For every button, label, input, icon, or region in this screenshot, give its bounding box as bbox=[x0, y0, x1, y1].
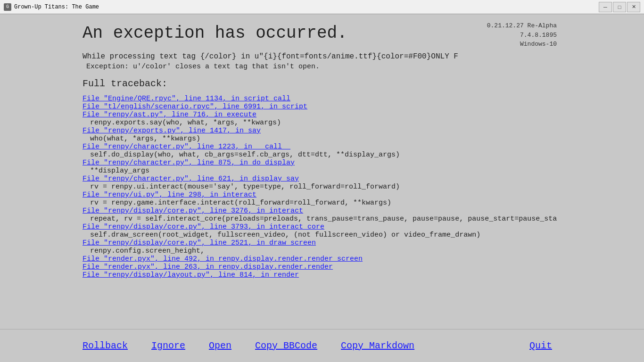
traceback-code-line: repeat, rv = self.interact_core(preloads… bbox=[83, 215, 561, 223]
traceback-file-link[interactable]: File "renpy/exports.py", line 1417, in s… bbox=[83, 127, 561, 135]
version-line2: 7.4.8.1895 bbox=[487, 31, 557, 40]
traceback-title: Full traceback: bbox=[83, 78, 561, 89]
ignore-button[interactable]: Ignore bbox=[151, 340, 195, 351]
action-bar: Rollback Ignore Open Copy BBCode Copy Ma… bbox=[0, 329, 644, 362]
traceback-file-link[interactable]: File "renpy/ui.py", line 298, in interac… bbox=[83, 191, 561, 199]
title-bar-left: G Grown-Up Titans: The Game bbox=[4, 3, 99, 11]
traceback-code-line: renpy.config.screen_height, bbox=[83, 247, 561, 255]
minimize-button[interactable]: ─ bbox=[599, 2, 612, 12]
quit-button[interactable]: Quit bbox=[529, 340, 561, 351]
traceback-file-link[interactable]: File "renpy/display/core.py", line 3793,… bbox=[83, 223, 561, 231]
traceback-file-link[interactable]: File "Engine/QRE.rpyc", line 1134, in sc… bbox=[83, 95, 561, 103]
traceback-file-link[interactable]: File "renpy/character.py", line 1223, in… bbox=[83, 143, 561, 151]
window-title: Grown-Up Titans: The Game bbox=[14, 4, 99, 10]
error-context: While processing text tag {/color} in u"… bbox=[83, 52, 561, 61]
traceback-code-line: self.do_display(who, what, cb_args=self.… bbox=[83, 151, 561, 159]
traceback-code-line: renpy.exports.say(who, what, *args, **kw… bbox=[83, 119, 561, 127]
traceback-file-link[interactable]: File "tl/english/scenario.rpyc", line 69… bbox=[83, 103, 561, 111]
traceback-file-link[interactable]: File "render.pyx", line 263, in renpy.di… bbox=[83, 263, 561, 271]
error-exception: Exception: u'/color' closes a text tag t… bbox=[83, 63, 561, 71]
version-info: 0.21.12.27 Re-Alpha 7.4.8.1895 Windows-1… bbox=[487, 21, 557, 49]
copy-bbcode-button[interactable]: Copy BBCode bbox=[255, 340, 327, 351]
rollback-button[interactable]: Rollback bbox=[83, 340, 137, 351]
traceback-code-line: rv = renpy.ui.interact(mouse='say', type… bbox=[83, 183, 561, 191]
copy-markdown-button[interactable]: Copy Markdown bbox=[341, 340, 424, 351]
traceback-code-line: who(what, *args, **kwargs) bbox=[83, 135, 561, 143]
open-button[interactable]: Open bbox=[209, 340, 241, 351]
version-line3: Windows-10 bbox=[487, 40, 557, 49]
traceback-code-line: rv = renpy.game.interface.interact(roll_… bbox=[83, 199, 561, 207]
traceback-file-link[interactable]: File "render.pyx", line 492, in renpy.di… bbox=[83, 255, 561, 263]
window-controls: ─ □ ✕ bbox=[599, 2, 640, 12]
traceback-file-link[interactable]: File "renpy/display/core.py", line 2521,… bbox=[83, 239, 561, 247]
traceback-file-link[interactable]: File "renpy/character.py", line 875, in … bbox=[83, 159, 561, 167]
traceback-file-link[interactable]: File "renpy/ast.py", line 716, in execut… bbox=[83, 111, 561, 119]
close-button[interactable]: ✕ bbox=[627, 2, 640, 12]
traceback-code-line: self.draw_screen(root_widget, fullscreen… bbox=[83, 231, 561, 239]
maximize-button[interactable]: □ bbox=[613, 2, 626, 12]
title-bar: G Grown-Up Titans: The Game ─ □ ✕ bbox=[0, 0, 644, 14]
app-icon: G bbox=[4, 3, 11, 11]
traceback-file-link[interactable]: File "renpy/display/core.py", line 3276,… bbox=[83, 207, 561, 215]
version-line1: 0.21.12.27 Re-Alpha bbox=[487, 21, 557, 31]
traceback-code-line: **display_args bbox=[83, 167, 561, 175]
error-panel: An exception has occurred. While process… bbox=[0, 14, 644, 329]
traceback-scroll[interactable]: File "Engine/QRE.rpyc", line 1134, in sc… bbox=[83, 95, 561, 329]
traceback-file-link[interactable]: File "renpy/character.py", line 621, in … bbox=[83, 175, 561, 183]
main-content: 0.21.12.27 Re-Alpha 7.4.8.1895 Windows-1… bbox=[0, 14, 644, 362]
traceback-file-link[interactable]: File "renpy/display/layout.py", line 814… bbox=[83, 271, 561, 279]
